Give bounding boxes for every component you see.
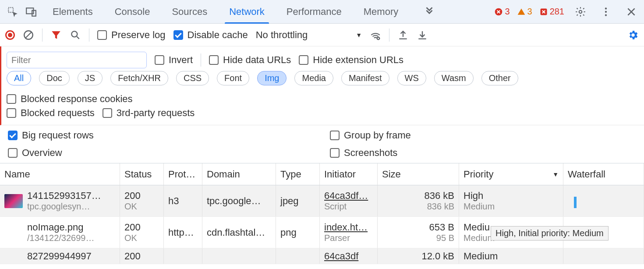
tab-memory[interactable]: Memory [364, 0, 398, 23]
svg-point-6 [605, 7, 607, 9]
waterfall-bar [574, 197, 577, 208]
divider [42, 28, 42, 42]
table-row[interactable]: 141152993157…tpc.googlesyn… 200OK h3 tpc… [0, 185, 644, 217]
col-priority[interactable]: Priority▼ [459, 163, 563, 185]
type-filter-doc[interactable]: Doc [39, 71, 70, 85]
requests-table: Name Status Prot… Domain Type Initiator … [0, 163, 644, 264]
tab-console[interactable]: Console [115, 0, 150, 23]
blocked-cookies-label: Blocked response cookies [21, 93, 133, 105]
big-rows-toggle[interactable]: Big request rows [8, 130, 314, 141]
col-type[interactable]: Type [276, 163, 320, 185]
type-filter-ws[interactable]: WS [397, 71, 426, 85]
screenshots-toggle[interactable]: Screenshots [330, 147, 636, 159]
initiator-link[interactable]: index.ht… [324, 222, 373, 233]
screenshots-label: Screenshots [344, 147, 397, 159]
priority-initial: Medium [464, 202, 559, 212]
type-filter-manifest[interactable]: Manifest [341, 71, 389, 85]
request-path: tpc.googlesyn… [27, 202, 101, 212]
settings-icon[interactable] [571, 3, 590, 21]
initiator-link[interactable]: 64ca3df… [324, 190, 373, 202]
export-har-icon[interactable] [397, 29, 409, 41]
clear-button[interactable] [23, 29, 34, 41]
network-conditions-icon[interactable] [370, 29, 381, 41]
hide-ext-urls-toggle[interactable]: Hide extension URLs [299, 54, 403, 66]
priority: Medium [464, 251, 559, 262]
group-frame-toggle[interactable]: Group by frame [330, 130, 636, 141]
type-filter-fetch[interactable]: Fetch/XHR [110, 71, 168, 85]
type-filter-all[interactable]: All [7, 71, 31, 85]
disable-cache-label: Disable cache [188, 29, 248, 41]
network-settings-icon[interactable] [627, 29, 639, 41]
domain: cdn.flashtal… [207, 227, 271, 238]
domain: tpc.google… [207, 195, 271, 207]
type-filter-media[interactable]: Media [294, 71, 333, 85]
throttling-dropdown[interactable]: No throttling▼ [256, 29, 362, 41]
issue-count[interactable]: 281 [539, 7, 564, 17]
device-toggle-icon[interactable] [22, 3, 40, 21]
filter-bar: Invert Hide data URLs Hide extension URL… [0, 46, 644, 125]
search-icon[interactable] [70, 29, 81, 41]
type-filter-js[interactable]: JS [78, 71, 103, 85]
divider [389, 28, 389, 42]
status-code: 200 [124, 190, 159, 202]
col-size[interactable]: Size [378, 163, 459, 185]
col-domain[interactable]: Domain [202, 163, 276, 185]
col-status[interactable]: Status [120, 163, 164, 185]
request-path: /134122/32699… [27, 233, 94, 243]
record-button[interactable] [5, 30, 15, 40]
size-actual: 95 B [436, 233, 454, 243]
col-name[interactable]: Name [0, 163, 120, 185]
overview-label: Overview [22, 147, 62, 159]
initiator-link[interactable]: 64ca3df [324, 251, 373, 262]
preserve-log-toggle[interactable]: Preserve log [97, 29, 166, 41]
overview-toggle[interactable]: Overview [8, 147, 314, 159]
hide-data-urls-toggle[interactable]: Hide data URLs [209, 54, 291, 66]
more-tabs-icon[interactable] [420, 3, 439, 21]
tab-sources[interactable]: Sources [172, 0, 207, 23]
sort-indicator-icon: ▼ [552, 171, 559, 178]
filter-input[interactable] [7, 52, 147, 68]
network-toolbar: Preserve log Disable cache No throttling… [0, 24, 644, 46]
status-code: 200 [124, 251, 159, 262]
priority-tooltip: High, Initial priority: Medium [491, 226, 609, 241]
size-actual: 836 kB [427, 202, 454, 212]
divider [201, 53, 201, 67]
blocked-req-label: Blocked requests [21, 107, 95, 119]
status-text: OK [124, 233, 159, 243]
filter-icon[interactable] [50, 29, 62, 41]
panel-tabs: Elements Console Sources Network Perform… [53, 0, 439, 23]
svg-point-5 [579, 10, 582, 13]
status-code: 200 [124, 222, 159, 233]
error-count[interactable]: 3 [494, 7, 510, 17]
col-initiator[interactable]: Initiator [320, 163, 378, 185]
inspect-icon[interactable] [4, 3, 22, 21]
size: 653 B [429, 222, 455, 233]
col-waterfall[interactable]: Waterfall [563, 163, 644, 185]
blocked-cookies-toggle[interactable]: Blocked response cookies [7, 93, 133, 105]
col-protocol[interactable]: Prot… [164, 163, 202, 185]
type-filter-other[interactable]: Other [481, 71, 518, 85]
request-name: 141152993157… [27, 190, 101, 202]
kebab-menu-icon[interactable] [597, 3, 615, 21]
priority: High [464, 190, 559, 202]
blocked-requests-toggle[interactable]: Blocked requests [7, 107, 95, 119]
import-har-icon[interactable] [417, 29, 428, 41]
invert-toggle[interactable]: Invert [155, 54, 193, 66]
table-row[interactable]: 827299944997 200 64ca3df 12.0 kB Medium [0, 248, 644, 264]
svg-point-8 [605, 14, 607, 16]
type-filter-img[interactable]: Img [257, 71, 287, 85]
close-icon[interactable] [622, 3, 640, 21]
warning-count[interactable]: 3 [517, 7, 532, 17]
tab-elements[interactable]: Elements [53, 0, 93, 23]
type-filter-font[interactable]: Font [217, 71, 249, 85]
throttling-value: No throttling [256, 29, 308, 41]
type-filter-css[interactable]: CSS [176, 71, 209, 85]
svg-rect-0 [8, 7, 13, 12]
type-filter-wasm[interactable]: Wasm [434, 71, 474, 85]
tab-network[interactable]: Network [229, 0, 265, 23]
third-party-toggle[interactable]: 3rd-party requests [103, 107, 195, 119]
tab-performance[interactable]: Performance [287, 0, 342, 23]
disable-cache-toggle[interactable]: Disable cache [173, 29, 248, 41]
type: jpeg [280, 195, 315, 207]
type: png [280, 227, 315, 238]
